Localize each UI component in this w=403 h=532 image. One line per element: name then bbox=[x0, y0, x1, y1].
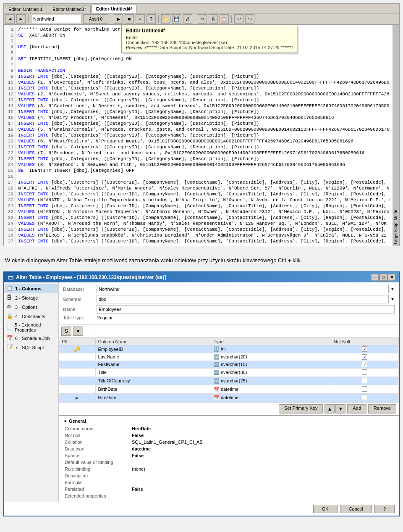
filter-button[interactable]: S bbox=[61, 327, 71, 336]
sql-icon: 📝 bbox=[7, 344, 13, 351]
dialog-minimize-button[interactable]: ─ bbox=[371, 274, 379, 281]
help-button[interactable]: ? bbox=[374, 505, 395, 513]
line-number: 16 bbox=[5, 115, 13, 121]
gen-prop-row: Default value or binding bbox=[63, 459, 395, 466]
ok-button[interactable]: OK bbox=[313, 505, 338, 513]
add-column-button[interactable]: Add bbox=[347, 404, 366, 413]
type-icon: 🔢 bbox=[214, 346, 220, 351]
gen-prop-value bbox=[130, 479, 395, 486]
remove-column-button[interactable]: Remove bbox=[368, 404, 396, 413]
sidebar-item-sql[interactable]: 📝7 - SQL Script bbox=[4, 343, 58, 352]
line-number: 6 bbox=[5, 56, 13, 62]
code-area[interactable]: /****** Data Script for Northwind Script… bbox=[16, 25, 393, 246]
sidebar-item-schedule[interactable]: 📅6 - Schedule Job bbox=[4, 334, 58, 343]
tab-editor4[interactable]: Editor Untitled4* bbox=[92, 5, 137, 13]
dialog-restore-button[interactable]: □ bbox=[379, 274, 387, 281]
prop-database-value[interactable]: Northwind bbox=[97, 285, 389, 293]
forward-button[interactable]: ► bbox=[16, 14, 26, 24]
code-line: VALUES (N'AROUT', N'Around the Horn', N'… bbox=[18, 221, 390, 226]
database-input[interactable] bbox=[31, 15, 81, 23]
open-button[interactable]: 📁 bbox=[161, 14, 170, 24]
editor-container: Editor: Untitled 1 Editor Untitled3* Edi… bbox=[3, 3, 400, 246]
line-number: 26 bbox=[5, 174, 13, 179]
line-number: 17 bbox=[5, 121, 13, 126]
line-number: 7 bbox=[5, 62, 13, 68]
type-icon: 📅 bbox=[214, 387, 220, 392]
collapse-icon[interactable]: ◄ bbox=[63, 419, 67, 423]
set-primary-key-button[interactable]: Set Primary Key bbox=[279, 404, 323, 413]
table-row[interactable]: Title🔤nvarchar(30) bbox=[59, 368, 399, 377]
side-label[interactable]: Large Script Mode bbox=[393, 25, 399, 246]
not-null-checkbox[interactable] bbox=[362, 369, 367, 375]
database-dropdown-icon[interactable]: ▼ bbox=[390, 287, 395, 291]
not-null-checkbox[interactable] bbox=[362, 378, 367, 383]
move-up-button[interactable]: ▲ bbox=[324, 404, 335, 413]
redo-button[interactable]: ↪ bbox=[245, 14, 254, 24]
table-row[interactable]: FirstName🔤nvarchar(10)✓ bbox=[59, 361, 399, 368]
tab-editor1[interactable]: Editor: Untitled 1 bbox=[4, 5, 47, 13]
sidebar-item-label: 6 - Schedule Job bbox=[15, 336, 50, 341]
not-null-checkbox[interactable]: ✓ bbox=[362, 346, 367, 352]
table-row[interactable]: 🔑EmployeeID🔢int✓ bbox=[59, 345, 399, 353]
line-number: 4 bbox=[5, 44, 13, 50]
move-down-button[interactable]: ▼ bbox=[335, 404, 345, 413]
dialog-close-button[interactable]: ✕ bbox=[388, 274, 395, 281]
parse-button[interactable]: ✓ bbox=[136, 14, 145, 24]
pk-cell bbox=[59, 368, 96, 377]
sidebar-item-storage[interactable]: 🗄2 - Storage bbox=[4, 293, 58, 303]
code-line: INSERT INTO [dbo].[Categories] ([Categor… bbox=[18, 85, 390, 91]
code-line: INSERT INTO [dbo].[Customers] ([Customer… bbox=[18, 179, 390, 185]
schema-dropdown-icon[interactable]: ▼ bbox=[390, 297, 395, 301]
sidebar-item-extended[interactable]: 📄5 - Extended Properties bbox=[4, 321, 58, 334]
table-row[interactable]: BirthDate📅datetime bbox=[59, 385, 399, 393]
stop-button[interactable]: ■ bbox=[125, 14, 134, 24]
not-null-cell: ✓ bbox=[331, 345, 398, 353]
table-row[interactable]: LastName🔤nvarchar(20)✓ bbox=[59, 353, 399, 361]
gen-prop-row: CollationSQL_Latin1_General_CP1_CI_AS bbox=[63, 439, 395, 445]
not-null-checkbox[interactable]: ✓ bbox=[362, 362, 367, 367]
sidebar-item-columns[interactable]: 📋1 - Columns bbox=[4, 284, 58, 293]
sidebar-item-options[interactable]: ⚙3 - Options bbox=[4, 303, 58, 312]
not-null-checkbox[interactable]: ✓ bbox=[362, 354, 367, 360]
gen-prop-value: HireDate bbox=[130, 425, 395, 432]
print-button[interactable]: 🖨 bbox=[183, 14, 192, 24]
prop-name-input[interactable] bbox=[97, 305, 395, 313]
gen-prop-label: Formula bbox=[63, 479, 130, 486]
line-number: 25 bbox=[5, 168, 13, 174]
tooltip-subtitle: Editor bbox=[126, 35, 293, 40]
sidebar-item-constraints[interactable]: 🔒4 - Constraints bbox=[4, 312, 58, 321]
explain-button[interactable]: ? bbox=[147, 14, 156, 24]
gen-prop-row: Column nameHireDate bbox=[63, 425, 395, 432]
options-icon: ⚙ bbox=[7, 304, 13, 311]
prop-database-label: Database: bbox=[63, 287, 97, 292]
prop-schema-value[interactable]: dbo bbox=[97, 295, 389, 303]
code-line bbox=[18, 62, 390, 68]
line-number: 1 bbox=[5, 26, 13, 32]
not-null-checkbox[interactable] bbox=[362, 395, 367, 400]
paste-button[interactable]: 📋 bbox=[220, 14, 229, 24]
gen-prop-row: PersistedFalse bbox=[63, 486, 395, 492]
run-button[interactable]: Abort 0 bbox=[83, 14, 108, 24]
line-number: 3 bbox=[5, 38, 13, 44]
not-null-cell bbox=[331, 385, 398, 393]
code-line: INSERT INTO [dbo].[Categories] ([Categor… bbox=[18, 156, 390, 162]
back-button[interactable]: ◄ bbox=[5, 14, 15, 24]
properties-section: Database: Northwind ▼ Schema: dbo ▼ Name… bbox=[59, 282, 399, 325]
editor-tabs: Editor: Untitled 1 Editor Untitled3* Edi… bbox=[4, 4, 399, 13]
gen-prop-row: Description bbox=[63, 472, 395, 479]
toolbar-sep1 bbox=[28, 15, 29, 23]
execute-button[interactable]: ▶ bbox=[114, 14, 123, 24]
not-null-checkbox[interactable] bbox=[362, 386, 367, 392]
code-line: BEGIN TRANSACTION bbox=[18, 68, 390, 74]
cancel-button[interactable]: Cancel bbox=[340, 505, 372, 513]
undo-button[interactable]: ↩ bbox=[234, 14, 243, 24]
cut-button[interactable]: ✂ bbox=[198, 14, 207, 24]
copy-button[interactable]: ⎘ bbox=[209, 14, 218, 24]
save-button[interactable]: 💾 bbox=[172, 14, 181, 24]
dialog-title-bar: 🗃 Alter Table - Employees - [192.168.230… bbox=[4, 272, 399, 282]
alter-table-dialog: 🗃 Alter Table - Employees - [192.168.230… bbox=[3, 271, 400, 516]
table-row[interactable]: TitleOfCourtesy🔤nvarchar(25) bbox=[59, 377, 399, 385]
sort-button[interactable]: ▼ bbox=[73, 327, 83, 336]
table-row[interactable]: ▶HireDate📅datetime bbox=[59, 393, 399, 402]
tab-editor3[interactable]: Editor Untitled3* bbox=[48, 5, 91, 13]
